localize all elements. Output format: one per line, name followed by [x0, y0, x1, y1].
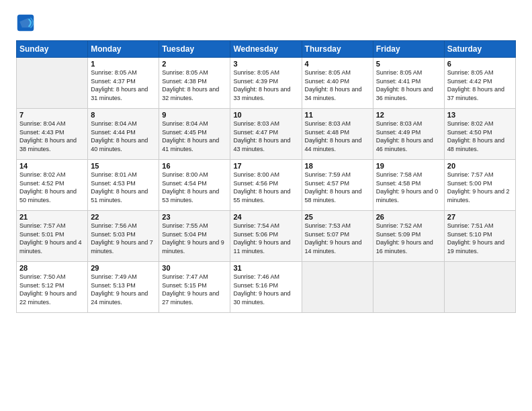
logo [16, 13, 38, 32]
calendar-day-cell: 4Sunrise: 8:05 AMSunset: 4:40 PMDaylight… [302, 58, 373, 109]
day-info: Sunrise: 8:01 AMSunset: 4:53 PMDaylight:… [91, 171, 156, 204]
calendar-day-cell [444, 262, 515, 313]
calendar-week-row: 21Sunrise: 7:57 AMSunset: 5:01 PMDayligh… [17, 211, 516, 262]
logo-icon [16, 13, 35, 32]
calendar-day-cell: 10Sunrise: 8:03 AMSunset: 4:47 PMDayligh… [230, 109, 302, 160]
day-number: 20 [447, 162, 513, 170]
day-info: Sunrise: 7:50 AMSunset: 5:12 PMDaylight:… [19, 273, 85, 306]
calendar-day-cell: 7Sunrise: 8:04 AMSunset: 4:43 PMDaylight… [17, 109, 88, 160]
calendar-day-cell: 31Sunrise: 7:46 AMSunset: 5:16 PMDayligh… [230, 262, 302, 313]
day-number: 29 [91, 264, 156, 272]
day-info: Sunrise: 8:03 AMSunset: 4:49 PMDaylight:… [376, 120, 441, 153]
weekday-header-cell: Sunday [17, 41, 88, 58]
day-number: 5 [376, 60, 441, 68]
day-number: 6 [447, 60, 513, 68]
weekday-header-cell: Friday [373, 41, 444, 58]
calendar-day-cell: 30Sunrise: 7:47 AMSunset: 5:15 PMDayligh… [159, 262, 230, 313]
day-info: Sunrise: 8:02 AMSunset: 4:52 PMDaylight:… [19, 171, 85, 204]
day-number: 12 [376, 111, 441, 119]
day-number: 7 [19, 111, 85, 119]
day-number: 2 [162, 60, 227, 68]
calendar-table: SundayMondayTuesdayWednesdayThursdayFrid… [16, 40, 516, 313]
calendar-day-cell: 18Sunrise: 7:59 AMSunset: 4:57 PMDayligh… [302, 160, 373, 211]
day-number: 27 [447, 213, 513, 221]
day-info: Sunrise: 7:49 AMSunset: 5:13 PMDaylight:… [91, 273, 156, 306]
day-info: Sunrise: 7:54 AMSunset: 5:06 PMDaylight:… [233, 222, 298, 255]
calendar-day-cell: 17Sunrise: 8:00 AMSunset: 4:56 PMDayligh… [230, 160, 302, 211]
calendar-day-cell [17, 58, 88, 109]
calendar-day-cell: 21Sunrise: 7:57 AMSunset: 5:01 PMDayligh… [17, 211, 88, 262]
header [16, 13, 516, 32]
calendar-day-cell: 14Sunrise: 8:02 AMSunset: 4:52 PMDayligh… [17, 160, 88, 211]
day-info: Sunrise: 8:03 AMSunset: 4:47 PMDaylight:… [233, 120, 298, 153]
day-number: 14 [19, 162, 85, 170]
day-number: 10 [233, 111, 298, 119]
calendar-week-row: 14Sunrise: 8:02 AMSunset: 4:52 PMDayligh… [17, 160, 516, 211]
weekday-header-cell: Wednesday [230, 41, 302, 58]
day-info: Sunrise: 8:05 AMSunset: 4:39 PMDaylight:… [233, 68, 298, 102]
calendar-day-cell: 13Sunrise: 8:02 AMSunset: 4:50 PMDayligh… [444, 109, 515, 160]
calendar-week-row: 28Sunrise: 7:50 AMSunset: 5:12 PMDayligh… [17, 262, 516, 313]
calendar-day-cell: 20Sunrise: 7:57 AMSunset: 5:00 PMDayligh… [444, 160, 515, 211]
calendar-week-row: 7Sunrise: 8:04 AMSunset: 4:43 PMDaylight… [17, 109, 516, 160]
calendar-week-row: 1Sunrise: 8:05 AMSunset: 4:37 PMDaylight… [17, 58, 516, 109]
day-info: Sunrise: 8:04 AMSunset: 4:44 PMDaylight:… [91, 120, 156, 153]
calendar-day-cell: 23Sunrise: 7:55 AMSunset: 5:04 PMDayligh… [159, 211, 230, 262]
day-info: Sunrise: 8:00 AMSunset: 4:54 PMDaylight:… [162, 171, 227, 204]
calendar-day-cell: 29Sunrise: 7:49 AMSunset: 5:13 PMDayligh… [88, 262, 159, 313]
day-number: 31 [233, 264, 298, 272]
weekday-header-cell: Saturday [444, 41, 515, 58]
day-number: 24 [233, 213, 298, 221]
day-info: Sunrise: 8:03 AMSunset: 4:48 PMDaylight:… [305, 120, 370, 153]
calendar-day-cell: 24Sunrise: 7:54 AMSunset: 5:06 PMDayligh… [230, 211, 302, 262]
day-number: 18 [305, 162, 370, 170]
day-info: Sunrise: 8:02 AMSunset: 4:50 PMDaylight:… [447, 120, 513, 153]
calendar-day-cell: 15Sunrise: 8:01 AMSunset: 4:53 PMDayligh… [88, 160, 159, 211]
day-info: Sunrise: 7:53 AMSunset: 5:07 PMDaylight:… [305, 222, 370, 255]
day-number: 11 [305, 111, 370, 119]
calendar-day-cell: 9Sunrise: 8:04 AMSunset: 4:45 PMDaylight… [159, 109, 230, 160]
day-number: 28 [19, 264, 85, 272]
calendar-day-cell: 25Sunrise: 7:53 AMSunset: 5:07 PMDayligh… [302, 211, 373, 262]
calendar-day-cell: 2Sunrise: 8:05 AMSunset: 4:38 PMDaylight… [159, 58, 230, 109]
day-info: Sunrise: 8:04 AMSunset: 4:45 PMDaylight:… [162, 120, 227, 153]
day-info: Sunrise: 7:59 AMSunset: 4:57 PMDaylight:… [305, 171, 370, 204]
calendar-day-cell: 8Sunrise: 8:04 AMSunset: 4:44 PMDaylight… [88, 109, 159, 160]
calendar-day-cell: 12Sunrise: 8:03 AMSunset: 4:49 PMDayligh… [373, 109, 444, 160]
day-number: 8 [91, 111, 156, 119]
day-info: Sunrise: 7:47 AMSunset: 5:15 PMDaylight:… [162, 273, 227, 306]
day-number: 15 [91, 162, 156, 170]
weekday-header-cell: Tuesday [159, 41, 230, 58]
day-number: 9 [162, 111, 227, 119]
calendar-day-cell: 26Sunrise: 7:52 AMSunset: 5:09 PMDayligh… [373, 211, 444, 262]
day-info: Sunrise: 7:51 AMSunset: 5:10 PMDaylight:… [447, 222, 513, 255]
calendar-day-cell [302, 262, 373, 313]
day-number: 4 [305, 60, 370, 68]
day-info: Sunrise: 8:05 AMSunset: 4:38 PMDaylight:… [162, 68, 227, 102]
day-number: 1 [91, 60, 156, 68]
day-number: 16 [162, 162, 227, 170]
day-info: Sunrise: 7:52 AMSunset: 5:09 PMDaylight:… [376, 222, 441, 255]
calendar-day-cell: 3Sunrise: 8:05 AMSunset: 4:39 PMDaylight… [230, 58, 302, 109]
calendar-page: SundayMondayTuesdayWednesdayThursdayFrid… [0, 0, 532, 411]
calendar-day-cell: 1Sunrise: 8:05 AMSunset: 4:37 PMDaylight… [88, 58, 159, 109]
day-info: Sunrise: 7:55 AMSunset: 5:04 PMDaylight:… [162, 222, 227, 255]
day-info: Sunrise: 7:57 AMSunset: 5:01 PMDaylight:… [19, 222, 85, 255]
weekday-header-row: SundayMondayTuesdayWednesdayThursdayFrid… [17, 41, 516, 58]
weekday-header-cell: Monday [88, 41, 159, 58]
calendar-day-cell: 19Sunrise: 7:58 AMSunset: 4:58 PMDayligh… [373, 160, 444, 211]
day-number: 19 [376, 162, 441, 170]
day-info: Sunrise: 7:56 AMSunset: 5:03 PMDaylight:… [91, 222, 156, 255]
weekday-header-cell: Thursday [302, 41, 373, 58]
day-number: 23 [162, 213, 227, 221]
calendar-day-cell: 27Sunrise: 7:51 AMSunset: 5:10 PMDayligh… [444, 211, 515, 262]
calendar-day-cell: 5Sunrise: 8:05 AMSunset: 4:41 PMDaylight… [373, 58, 444, 109]
calendar-day-cell: 28Sunrise: 7:50 AMSunset: 5:12 PMDayligh… [17, 262, 88, 313]
day-info: Sunrise: 7:58 AMSunset: 4:58 PMDaylight:… [376, 171, 441, 204]
day-number: 3 [233, 60, 298, 68]
day-number: 13 [447, 111, 513, 119]
day-number: 21 [19, 213, 85, 221]
day-info: Sunrise: 7:57 AMSunset: 5:00 PMDaylight:… [447, 171, 513, 204]
day-number: 26 [376, 213, 441, 221]
day-info: Sunrise: 8:05 AMSunset: 4:41 PMDaylight:… [376, 68, 441, 102]
